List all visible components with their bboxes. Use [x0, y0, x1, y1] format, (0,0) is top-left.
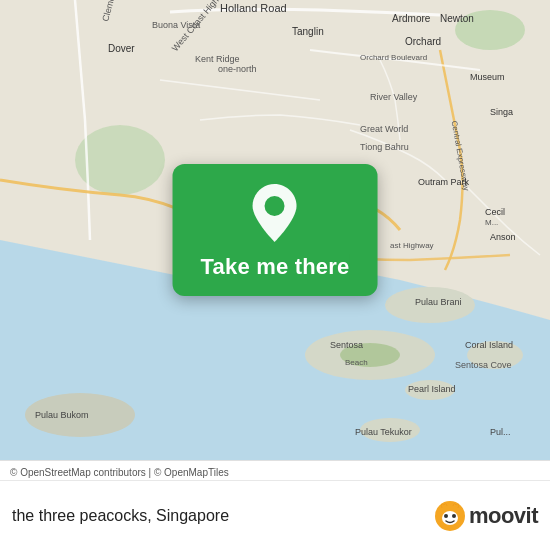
moovit-face-icon — [434, 500, 466, 532]
location-name: the three peacocks, Singapore — [12, 507, 229, 525]
svg-text:Pulau Bukom: Pulau Bukom — [35, 410, 89, 420]
svg-text:Pul...: Pul... — [490, 427, 511, 437]
svg-text:Outram Park: Outram Park — [418, 177, 470, 187]
svg-text:Coral Island: Coral Island — [465, 340, 513, 350]
attribution-row: © OpenStreetMap contributors | © OpenMap… — [0, 461, 550, 480]
take-me-there-button[interactable]: Take me there — [201, 254, 350, 280]
svg-text:Sentosa Cove: Sentosa Cove — [455, 360, 512, 370]
svg-text:Pulau Brani: Pulau Brani — [415, 297, 462, 307]
svg-text:Orchard Boulevard: Orchard Boulevard — [360, 53, 427, 62]
svg-text:M...: M... — [485, 218, 498, 227]
location-pin-icon — [249, 182, 301, 244]
svg-text:Great World: Great World — [360, 124, 408, 134]
take-me-there-overlay: Take me there — [173, 164, 378, 296]
bottom-bar: © OpenStreetMap contributors | © OpenMap… — [0, 460, 550, 550]
svg-text:Singa: Singa — [490, 107, 513, 117]
map-view: Holland Road Clementi Road one-north Wes… — [0, 0, 550, 460]
svg-text:Newton: Newton — [440, 13, 474, 24]
action-card: Take me there — [173, 164, 378, 296]
attribution-text: © OpenStreetMap contributors | © OpenMap… — [10, 467, 229, 478]
svg-point-45 — [265, 196, 285, 216]
svg-text:Buona Vista: Buona Vista — [152, 20, 200, 30]
svg-text:Beach: Beach — [345, 358, 368, 367]
svg-text:Orchard: Orchard — [405, 36, 441, 47]
svg-point-50 — [452, 514, 456, 518]
svg-text:Cecil: Cecil — [485, 207, 505, 217]
svg-text:one-north: one-north — [218, 64, 257, 74]
svg-text:Pearl Island: Pearl Island — [408, 384, 456, 394]
svg-text:Tiong Bahru: Tiong Bahru — [360, 142, 409, 152]
svg-point-49 — [444, 514, 448, 518]
moovit-label: moovit — [469, 503, 538, 529]
svg-text:Tanglin: Tanglin — [292, 26, 324, 37]
svg-text:Kent Ridge: Kent Ridge — [195, 54, 240, 64]
svg-text:Dover: Dover — [108, 43, 135, 54]
svg-text:Anson: Anson — [490, 232, 516, 242]
svg-text:Museum: Museum — [470, 72, 505, 82]
moovit-logo: moovit — [434, 500, 538, 532]
svg-text:Holland Road: Holland Road — [220, 2, 287, 14]
location-row: the three peacocks, Singapore moovit — [0, 480, 550, 550]
svg-text:Ardmore: Ardmore — [392, 13, 431, 24]
svg-text:Sentosa: Sentosa — [330, 340, 363, 350]
svg-text:Pulau Tekukor: Pulau Tekukor — [355, 427, 412, 437]
svg-text:ast Highway: ast Highway — [390, 241, 434, 250]
svg-text:River Valley: River Valley — [370, 92, 418, 102]
